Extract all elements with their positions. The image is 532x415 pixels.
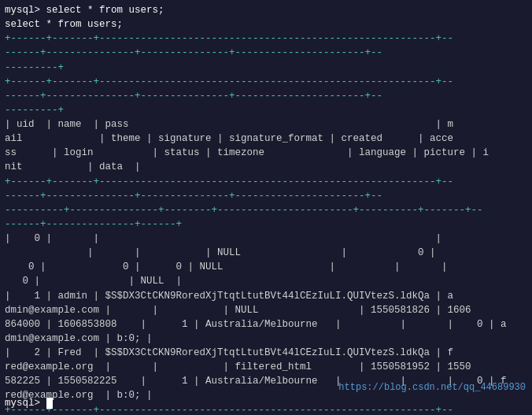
terminal-line: | 2 | Fred | $S$DX3CtCKN9RoredXjTtqtLtut… bbox=[5, 347, 453, 358]
terminal-window: mysql> select * from users; select * fro… bbox=[0, 0, 532, 415]
footer-url[interactable]: https://blog.csdn.net/qq_44689930 bbox=[338, 382, 526, 393]
terminal-line: +------+-------+------------------------… bbox=[5, 176, 453, 187]
terminal-line: +------+-------+------------------------… bbox=[5, 405, 453, 416]
terminal-line: +------+-------+------------------------… bbox=[5, 76, 453, 87]
terminal-line: ------+---------------+---------------+-… bbox=[5, 91, 382, 102]
terminal-line: 0 | | NULL | bbox=[5, 276, 182, 287]
terminal-line: red@example.org | | | filtered_html | 15… bbox=[5, 361, 471, 372]
terminal-line: | | | NULL | 0 | bbox=[5, 247, 436, 258]
terminal-output: mysql> select * from users; select * fro… bbox=[5, 3, 527, 415]
terminal-line: ss | login | status | timezone | languag… bbox=[5, 147, 489, 158]
terminal-line: ----------+---------------+--------+----… bbox=[5, 205, 483, 216]
terminal-line: ------+---------------+---------------+-… bbox=[5, 191, 382, 202]
terminal-line: | uid | name | pass | m bbox=[5, 119, 453, 130]
terminal-line: dmin@example.com | | | NULL | 1550581826… bbox=[5, 305, 471, 316]
bottom-prompt[interactable]: mysql> bbox=[5, 398, 53, 409]
terminal-line: ail | theme | signature | signature_form… bbox=[5, 133, 453, 144]
terminal-line: 0 | 0 | 0 | NULL | | | bbox=[5, 261, 448, 272]
terminal-line: | 1 | admin | $S$DX3CtCKN9RoredXjTtqtLtu… bbox=[5, 291, 453, 302]
prompt-text: mysql> bbox=[5, 398, 46, 409]
terminal-line: ------+---------------+---------------+-… bbox=[5, 47, 382, 58]
terminal-line: +------+-------+------------------------… bbox=[5, 33, 453, 44]
terminal-line: | 0 | | | bbox=[5, 233, 441, 244]
terminal-line: mysql> select * from users; bbox=[5, 5, 164, 16]
terminal-line: select * from users; bbox=[5, 19, 123, 30]
terminal-line: ---------+ bbox=[5, 105, 64, 116]
cursor bbox=[46, 398, 53, 409]
terminal-line: dmin@example.com | b:0; | bbox=[5, 333, 153, 344]
terminal-line: nit | data | bbox=[5, 161, 141, 172]
terminal-line: ---------+ bbox=[5, 62, 64, 73]
terminal-line: 864000 | 1606853808 | 1 | Australia/Melb… bbox=[5, 319, 507, 330]
terminal-line: ------+---------------+------+ bbox=[5, 219, 182, 230]
